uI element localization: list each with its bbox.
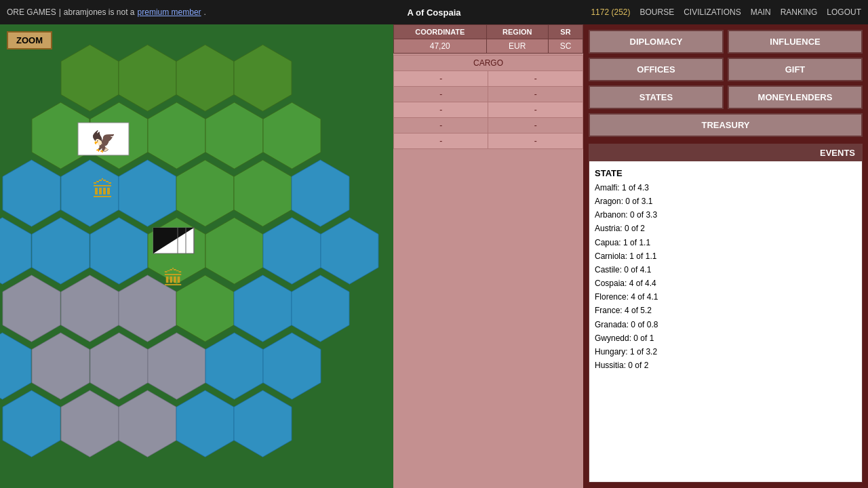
cargo-cell: - bbox=[488, 102, 583, 118]
events-header: EVENTS bbox=[589, 144, 862, 161]
offices-button[interactable]: OFFICES bbox=[589, 58, 724, 81]
cargo-cell: - bbox=[394, 134, 488, 149]
coordinate-value: 47,20 bbox=[394, 39, 487, 54]
nav-separator: | bbox=[59, 7, 61, 17]
top-navigation: ORE GAMES | abramjones is not a premium … bbox=[0, 0, 868, 24]
svg-text:🏛: 🏛 bbox=[163, 267, 184, 289]
nav-right: 1172 (252) BOURSE CIVILIZATIONS MAIN RAN… bbox=[591, 7, 861, 17]
zoom-button[interactable]: ZOOM bbox=[7, 31, 52, 49]
events-section-title: STATE bbox=[595, 168, 623, 178]
svg-text:🏛: 🏛 bbox=[92, 178, 114, 202]
action-buttons-grid: DIPLOMACY INFLUENCE OFFICES GIFT STATES … bbox=[589, 30, 863, 137]
svg-text:🦅: 🦅 bbox=[91, 129, 117, 154]
cargo-cell: - bbox=[394, 71, 488, 87]
cargo-row-3: - - bbox=[394, 102, 583, 118]
site-name[interactable]: ORE GAMES bbox=[7, 7, 56, 17]
cargo-row-4: - - bbox=[394, 118, 583, 134]
cargo-cell: - bbox=[488, 118, 583, 134]
premium-link[interactable]: premium member bbox=[138, 7, 201, 17]
gift-button[interactable]: GIFT bbox=[728, 58, 863, 81]
state-item: Gwynedd: 0 of 1 bbox=[595, 332, 856, 345]
main-layout: ZOOM bbox=[0, 24, 868, 488]
state-item: Capua: 1 of 1.1 bbox=[595, 237, 856, 249]
nav-civilizations[interactable]: CIVILIZATIONS bbox=[684, 7, 741, 17]
state-item: Hungary: 1 of 3.2 bbox=[595, 346, 856, 359]
state-item: Florence: 4 of 4.1 bbox=[595, 291, 856, 304]
sr-header: SR bbox=[549, 25, 583, 39]
events-content[interactable]: STATE Amalfi: 1 of 4.3Aragon: 0 of 3.1Ar… bbox=[589, 161, 862, 482]
state-item: Hussitia: 0 of 2 bbox=[595, 359, 856, 372]
state-item: Austria: 0 of 2 bbox=[595, 222, 856, 235]
cargo-row-5: - - bbox=[394, 134, 583, 149]
nav-main[interactable]: MAIN bbox=[751, 7, 771, 17]
cargo-cell: - bbox=[394, 87, 488, 102]
coordinate-table: COORDINATE REGION SR 47,20 EUR SC bbox=[393, 24, 583, 54]
state-item: Aragon: 0 of 3.1 bbox=[595, 195, 856, 208]
cargo-cell: - bbox=[394, 118, 488, 134]
hex-map[interactable]: 🦅 🏛 🏛 bbox=[0, 24, 393, 488]
cargo-cell: - bbox=[488, 87, 583, 102]
cargo-table: CARGO - - - - - - - - - - bbox=[393, 55, 583, 149]
cargo-row-1: - - bbox=[394, 71, 583, 87]
state-item: Granada: 0 of 0.8 bbox=[595, 319, 856, 331]
state-item: Amalfi: 1 of 4.3 bbox=[595, 182, 856, 195]
sr-value: SC bbox=[549, 39, 583, 54]
state-item: France: 4 of 5.2 bbox=[595, 304, 856, 317]
map-area: ZOOM bbox=[0, 24, 393, 488]
states-button[interactable]: STATES bbox=[589, 85, 724, 109]
nav-left: ORE GAMES | abramjones is not a premium … bbox=[7, 7, 591, 17]
events-list: Amalfi: 1 of 4.3Aragon: 0 of 3.1Arbanon:… bbox=[595, 182, 856, 373]
state-item: Arbanon: 0 of 3.3 bbox=[595, 209, 856, 222]
cargo-cell: - bbox=[394, 102, 488, 118]
cargo-row-2: - - bbox=[394, 87, 583, 102]
cargo-cell: - bbox=[488, 134, 583, 149]
events-panel: EVENTS STATE Amalfi: 1 of 4.3Aragon: 0 o… bbox=[589, 144, 863, 483]
nav-ranking[interactable]: RANKING bbox=[781, 7, 818, 17]
cargo-cell: - bbox=[488, 71, 583, 87]
state-item: Cospaia: 4 of 4.4 bbox=[595, 277, 856, 290]
center-panel: COORDINATE REGION SR 47,20 EUR SC CARGO … bbox=[393, 24, 583, 488]
treasury-button[interactable]: TREASURY bbox=[589, 113, 863, 137]
moneylenders-button[interactable]: MONEYLENDERS bbox=[728, 85, 863, 109]
state-item: Castile: 0 of 4.1 bbox=[595, 264, 856, 277]
nav-bourse[interactable]: BOURSE bbox=[639, 7, 674, 17]
state-item: Carniola: 1 of 1.1 bbox=[595, 250, 856, 263]
diplomacy-button[interactable]: DIPLOMACY bbox=[589, 30, 724, 54]
influence-button[interactable]: INFLUENCE bbox=[728, 30, 863, 54]
page-title: A of Cospaia bbox=[408, 7, 461, 18]
nav-logout[interactable]: LOGOUT bbox=[827, 7, 861, 17]
region-header: REGION bbox=[486, 25, 548, 39]
right-panel: DIPLOMACY INFLUENCE OFFICES GIFT STATES … bbox=[583, 24, 868, 488]
cargo-header: CARGO bbox=[394, 56, 583, 71]
coordinate-header: COORDINATE bbox=[394, 25, 487, 39]
user-text: abramjones is not a bbox=[64, 7, 135, 17]
region-value: EUR bbox=[486, 39, 548, 54]
gold-display: 1172 (252) bbox=[591, 7, 630, 17]
